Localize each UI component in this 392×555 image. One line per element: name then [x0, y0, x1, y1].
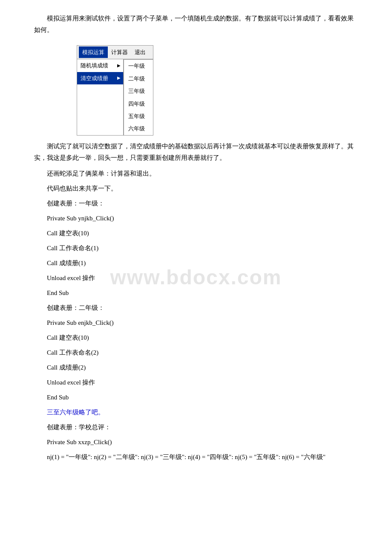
- submenu-arrow-random: ▶: [117, 62, 121, 69]
- menu-right-grade3: 三年级: [124, 85, 153, 97]
- code-line7: Call 成绩册(1): [47, 257, 358, 269]
- menu-item-clear: 清空成绩册 ▶: [77, 72, 123, 84]
- menu-bar-item-simulate: 模拟运算: [79, 46, 108, 58]
- menu-item-clear-label: 清空成绩册: [81, 73, 108, 83]
- code-line12: Call 建空表(10): [47, 332, 358, 344]
- intro-paragraph-1: 模拟运算用来测试软件，设置了两个子菜单，一个填随机生成的数据。有了数据就可以计算…: [34, 13, 358, 36]
- code-line6: Call 工作表命名(1): [47, 243, 358, 254]
- code-line11: Private Sub enjkb_Click(): [47, 317, 358, 329]
- menu-right-grade2: 二年级: [124, 72, 153, 85]
- code-line14: Call 成绩册(2): [47, 362, 358, 373]
- text-line1: 还画蛇添足了俩菜单：计算器和退出。: [47, 168, 358, 179]
- menu-left-column: 随机填成绩 ▶ 清空成绩册 ▶: [77, 59, 124, 135]
- menu-bar-item-exit: 退出: [131, 46, 149, 58]
- menu-bar-item-calculator: 计算器: [108, 46, 131, 58]
- menu-item-random: 随机填成绩 ▶: [77, 59, 123, 72]
- text-line17: 三至六年级略了吧。: [47, 407, 358, 418]
- submenu-arrow-clear: ▶: [117, 74, 121, 82]
- text-line3: 创建表册：一年级：: [47, 198, 358, 209]
- code-line20: nj(1) = "一年级": nj(2) = "二年级": nj(3) = "三…: [34, 451, 358, 463]
- code-line13: Call 工作表命名(2): [47, 347, 358, 358]
- intro-paragraph-2: 测试完了就可以清空数据了，清空成绩册中的基础数据以后再计算一次成绩就基本可以使表…: [34, 141, 358, 164]
- code-line15: Unload excel 操作: [47, 377, 358, 388]
- code-line5: Call 建空表(10): [47, 228, 358, 239]
- text-line2: 代码也贴出来共享一下。: [47, 183, 358, 194]
- text-line10: 创建表册：二年级：: [47, 302, 358, 314]
- code-line8: Unload excel 操作: [47, 272, 358, 284]
- menu-right-column: 一年级 二年级 三年级 四年级 五年级 六年级: [124, 59, 153, 135]
- text-line18: 创建表册：学校总评：: [47, 422, 358, 433]
- code-line4: Private Sub ynjkb_Click(): [47, 213, 358, 224]
- menu-right-grade5: 五年级: [124, 110, 153, 122]
- menu-bar: 模拟运算 计算器 退出: [77, 45, 153, 59]
- menu-dropdown: 随机填成绩 ▶ 清空成绩册 ▶ 一年级 二年级 三年级 四年级 五年级 六年级: [77, 59, 153, 135]
- menu-right-grade6: 六年级: [124, 122, 153, 135]
- menu-right-grade4: 四年级: [124, 98, 153, 110]
- code-line9: End Sub: [47, 287, 358, 299]
- menu-item-random-label: 随机填成绩: [81, 61, 108, 70]
- menu-right-grade1: 一年级: [124, 60, 153, 72]
- code-line16: End Sub: [47, 392, 358, 403]
- menu-screenshot: 模拟运算 计算器 退出 随机填成绩 ▶ 清空成绩册 ▶ 一年级 二年级 三年级 …: [77, 45, 153, 136]
- code-line19: Private Sub xxzp_Click(): [47, 436, 358, 448]
